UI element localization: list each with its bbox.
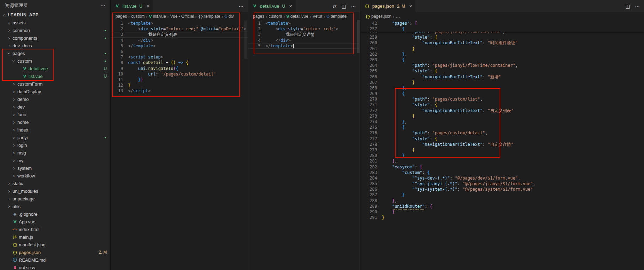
code-line-267[interactable]: 267 } xyxy=(360,80,644,85)
tree-item-LEARUN_APP[interactable]: ›LEARUN_APP xyxy=(0,11,110,19)
chevron-right-icon[interactable]: › xyxy=(11,126,17,134)
tree-item-App.vue[interactable]: VApp.vue xyxy=(0,218,110,225)
close-tab-icon[interactable]: × xyxy=(409,3,412,9)
tree-item-index[interactable]: ›index xyxy=(0,126,110,134)
code-line-283[interactable]: 283 "custom": { xyxy=(360,170,644,175)
tree-item-components[interactable]: ›components● xyxy=(0,34,110,42)
chevron-down-icon[interactable]: › xyxy=(10,58,18,64)
breadcrumb-item-Vetur[interactable]: Vetur xyxy=(312,14,322,19)
tree-item-demo[interactable]: ›demo xyxy=(0,95,110,103)
tree-item-pages.json[interactable]: {}pages.json2, M xyxy=(0,248,110,256)
chevron-right-icon[interactable]: › xyxy=(11,141,17,149)
chevron-right-icon[interactable]: › xyxy=(6,19,12,26)
more-actions-icon[interactable]: ⋯ xyxy=(351,3,356,9)
more-actions-icon[interactable]: ⋯ xyxy=(635,3,640,9)
code-line-4[interactable]: 4 </div> xyxy=(111,38,248,43)
code-line-3[interactable]: 3 我是自定义详情 xyxy=(248,32,360,37)
code-line-273[interactable]: 273 } xyxy=(360,113,644,119)
tree-item-static[interactable]: ›static xyxy=(0,180,110,187)
breadcrumb-item-custom[interactable]: custom xyxy=(269,14,282,19)
explorer-more-actions-icon[interactable]: ⋯ xyxy=(100,2,105,9)
code-line-284[interactable]: 284 "^sys-dev-(.*)": "@/pages/dev/$1/for… xyxy=(360,175,644,181)
tree-item-list.vue[interactable]: Vlist.vueU xyxy=(0,72,110,80)
chevron-right-icon[interactable]: › xyxy=(11,118,17,126)
code-line-6[interactable]: 6 xyxy=(111,49,248,54)
breadcrumb-item-custom[interactable]: custom xyxy=(131,14,145,19)
code-line-282[interactable]: 282 "easycom": { xyxy=(360,164,644,170)
sticky-scroll[interactable]: 42 "pages": [257 { xyxy=(360,21,644,32)
chevron-right-icon[interactable]: › xyxy=(6,187,12,195)
code-line-266[interactable]: 266 "navigationBarTitleText": "新增" xyxy=(360,74,644,80)
code-line-280[interactable]: 280 } xyxy=(360,153,644,158)
code-line-12[interactable]: 12} xyxy=(111,82,248,88)
code-line-5[interactable]: 5</template> xyxy=(248,43,360,49)
tree-item-detail.vue[interactable]: Vdetail.vueU xyxy=(0,65,110,72)
code-line-2[interactable]: 2 <div style="color: red;"> xyxy=(248,26,360,32)
tree-item-manifest.json[interactable]: {}manifest.json xyxy=(0,241,110,248)
code-line-7[interactable]: 7<script setup> xyxy=(111,54,248,60)
code-line-278[interactable]: 278 "navigationBarTitleText": "自定义详情" xyxy=(360,142,644,147)
code-line-289[interactable]: 289 "uniIdRouter": { xyxy=(360,204,644,209)
code-line-5[interactable]: 5</template> xyxy=(111,43,248,49)
split-editor-icon[interactable]: ◫ xyxy=(342,3,346,9)
breadcrumb-item-Vue - Official[interactable]: Vue - Official xyxy=(170,14,194,19)
code-line-269[interactable]: 269 { xyxy=(360,91,644,96)
breadcrumb-item-template[interactable]: {}template xyxy=(198,14,220,19)
tree-item-uni_modules[interactable]: ›uni_modules xyxy=(0,187,110,195)
code-editor-detail-vue[interactable]: 1<template>2 <div style="color: red;">3 … xyxy=(248,21,360,270)
code-line-265[interactable]: 265 "style": { xyxy=(360,68,644,74)
tree-item-common[interactable]: ›common● xyxy=(0,26,110,34)
tree-item-msg[interactable]: ›msg xyxy=(0,149,110,157)
code-line-257[interactable]: 257 { xyxy=(360,26,644,32)
tree-item-index.html[interactable]: <>index.html xyxy=(0,225,110,233)
code-line-259[interactable]: 259 "style": { xyxy=(360,34,644,40)
chevron-right-icon[interactable]: › xyxy=(11,80,17,88)
code-line-290[interactable]: 290 } xyxy=(360,209,644,215)
chevron-right-icon[interactable]: › xyxy=(6,34,12,42)
tree-item-.gitignore[interactable]: ◆.gitignore xyxy=(0,210,110,218)
scrollbar-thumb[interactable] xyxy=(244,21,247,59)
code-line-4[interactable]: 4 </div> xyxy=(248,38,360,43)
code-editor-list-vue[interactable]: 1<template>2 <div style="color: red;" @c… xyxy=(111,21,248,270)
chevron-right-icon[interactable]: › xyxy=(11,134,17,141)
code-line-291[interactable]: 291} xyxy=(360,215,644,220)
code-line-261[interactable]: 261 } xyxy=(360,46,644,51)
chevron-right-icon[interactable]: › xyxy=(6,42,12,49)
code-line-262[interactable]: 262 }, xyxy=(360,51,644,57)
code-line-271[interactable]: 271 "style": { xyxy=(360,102,644,108)
code-line-10[interactable]: 10 url: '/pages/custom/detail' xyxy=(111,71,248,77)
breadcrumb-item-div[interactable]: ◇div xyxy=(224,14,234,19)
chevron-right-icon[interactable]: › xyxy=(11,172,17,180)
tree-item-custom[interactable]: ›custom● xyxy=(0,57,110,65)
tree-item-unpackage[interactable]: ›unpackage xyxy=(0,195,110,202)
tab-list-vue[interactable]: V list.vue U × xyxy=(111,0,153,12)
code-line-288[interactable]: 288 }, xyxy=(360,198,644,204)
tree-item-pages[interactable]: ›pages● xyxy=(0,49,110,57)
chevron-right-icon[interactable]: › xyxy=(11,164,17,172)
code-line-13[interactable]: 13</script> xyxy=(111,88,248,94)
code-line-285[interactable]: 285 "^sys-jianyi-(.*)": "@/pages/jianyi/… xyxy=(360,181,644,186)
code-line-286[interactable]: 286 "^sys-system-(.*)": "@/pages/system/… xyxy=(360,186,644,192)
code-line-11[interactable]: 11 }) xyxy=(111,77,248,82)
chevron-right-icon[interactable]: › xyxy=(6,195,12,202)
code-line-276[interactable]: 276 "path": "pages/custom/detail", xyxy=(360,130,644,136)
code-line-281[interactable]: 281 ], xyxy=(360,158,644,164)
chevron-right-icon[interactable]: › xyxy=(11,149,17,157)
tab-detail-vue[interactable]: V detail.vue U × xyxy=(248,0,296,12)
code-line-1[interactable]: 1<template> xyxy=(248,21,360,26)
tree-item-README.md[interactable]: ⓘREADME.md xyxy=(0,256,110,264)
more-actions-icon[interactable]: ⋯ xyxy=(239,3,244,9)
chevron-right-icon[interactable]: › xyxy=(11,103,17,111)
tree-item-dev_docs[interactable]: ›dev_docs xyxy=(0,42,110,49)
code-line-263[interactable]: 263 { xyxy=(360,57,644,63)
tree-item-home[interactable]: ›home xyxy=(0,118,110,126)
code-line-277[interactable]: 277 "style": { xyxy=(360,136,644,142)
chevron-right-icon[interactable]: › xyxy=(11,95,17,103)
breadcrumb-item-pages[interactable]: pages xyxy=(253,14,264,19)
tree-item-workflow[interactable]: ›workflow xyxy=(0,172,110,180)
code-line-2[interactable]: 2 <div style="color: red;" @click="goDet… xyxy=(111,26,248,32)
chevron-right-icon[interactable]: › xyxy=(6,26,12,34)
split-editor-icon[interactable]: ◫ xyxy=(626,3,630,9)
code-line-1[interactable]: 1<template> xyxy=(111,21,248,26)
chevron-right-icon[interactable]: › xyxy=(11,88,17,95)
